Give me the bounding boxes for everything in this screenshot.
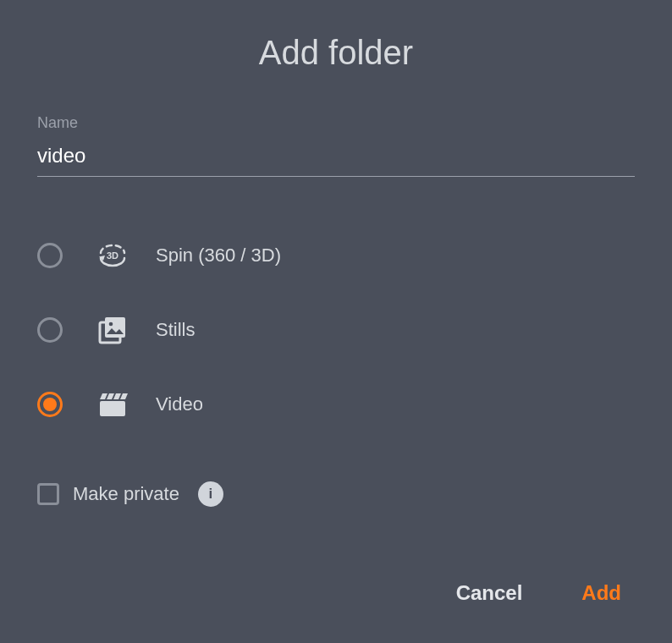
name-label: Name [37,114,635,132]
stills-icon [93,311,132,349]
dialog-actions: Cancel Add [456,581,621,605]
name-input[interactable] [37,140,635,177]
svg-rect-3 [105,317,125,338]
video-clapperboard-icon [93,385,132,424]
make-private-label: Make private [73,483,179,505]
svg-rect-5 [100,401,125,416]
radio-video[interactable] [37,392,63,417]
make-private-checkbox[interactable] [37,483,59,505]
folder-type-options: 3D Spin (360 / 3D) Stills [37,236,635,424]
info-icon[interactable]: i [198,481,223,507]
option-stills-label: Stills [156,319,195,341]
option-video-label: Video [156,393,203,415]
option-spin[interactable]: 3D Spin (360 / 3D) [37,236,635,275]
add-button[interactable]: Add [581,581,621,605]
radio-stills[interactable] [37,317,63,343]
option-video[interactable]: Video [37,385,635,424]
spin-3d-icon: 3D [93,236,132,275]
cancel-button[interactable]: Cancel [456,581,523,605]
make-private-row[interactable]: Make private i [37,481,635,507]
option-stills[interactable]: Stills [37,311,635,349]
option-spin-label: Spin (360 / 3D) [156,245,281,267]
radio-spin[interactable] [37,243,63,268]
svg-text:3D: 3D [107,250,118,261]
dialog-title: Add folder [37,34,635,72]
svg-point-4 [109,322,113,327]
name-field: Name [37,114,635,177]
